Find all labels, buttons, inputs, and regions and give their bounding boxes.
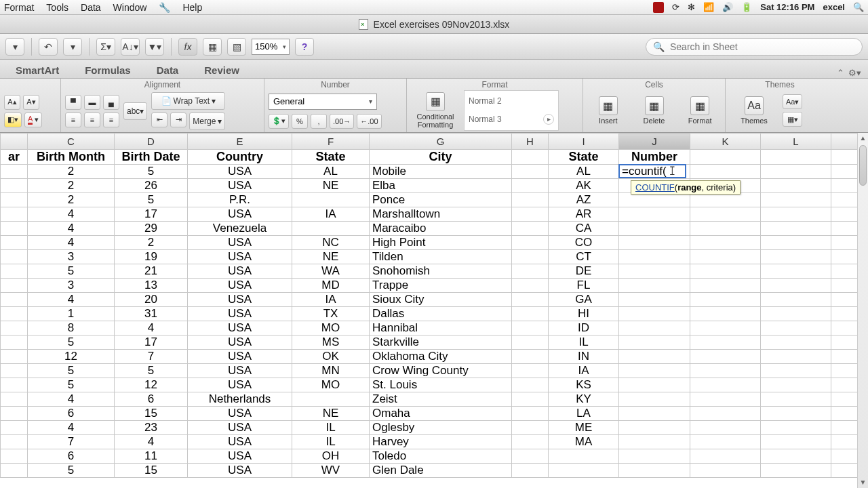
cell[interactable] bbox=[1, 321, 28, 336]
cell[interactable]: USA bbox=[188, 350, 292, 364]
cell[interactable]: 5 bbox=[115, 193, 188, 207]
header-cell[interactable]: State bbox=[549, 150, 619, 165]
sync-icon[interactable]: ✻ bbox=[688, 2, 695, 12]
cell[interactable]: IA bbox=[292, 293, 370, 307]
cell[interactable]: IA bbox=[292, 207, 370, 222]
cell[interactable]: 5 bbox=[28, 378, 115, 392]
wifi-icon[interactable]: 📶 bbox=[703, 2, 714, 12]
align-top-button[interactable]: ▀ bbox=[65, 95, 81, 110]
cell[interactable] bbox=[619, 378, 690, 392]
merge-button[interactable]: Merge ▾ bbox=[189, 113, 225, 130]
cell[interactable]: IL bbox=[292, 421, 370, 435]
cell[interactable]: Ponce bbox=[370, 193, 512, 207]
cell[interactable] bbox=[690, 449, 761, 464]
redo-button[interactable]: ▾ bbox=[63, 38, 82, 56]
cell[interactable]: 5 bbox=[28, 364, 115, 378]
cell[interactable] bbox=[690, 407, 761, 421]
cell[interactable] bbox=[1, 421, 28, 435]
cell[interactable]: 5 bbox=[115, 165, 188, 179]
cell[interactable] bbox=[690, 264, 761, 279]
cell[interactable] bbox=[690, 378, 761, 392]
cell[interactable]: 12 bbox=[28, 350, 115, 364]
cell[interactable] bbox=[690, 435, 761, 449]
cell[interactable] bbox=[512, 250, 549, 264]
cell[interactable]: 15 bbox=[115, 464, 188, 478]
column-header[interactable]: I bbox=[549, 134, 619, 150]
cell[interactable]: 31 bbox=[115, 307, 188, 321]
cell[interactable] bbox=[512, 321, 549, 336]
header-cell[interactable] bbox=[690, 150, 761, 165]
cell[interactable] bbox=[1, 449, 28, 464]
cell[interactable]: 6 bbox=[28, 449, 115, 464]
increase-font-button[interactable]: A▴ bbox=[4, 95, 20, 110]
cell[interactable] bbox=[512, 449, 549, 464]
vertical-scrollbar[interactable]: ▲ ▼ bbox=[857, 133, 868, 488]
column-header[interactable]: K bbox=[690, 134, 761, 150]
cell[interactable] bbox=[690, 293, 761, 307]
cell[interactable]: AL bbox=[549, 165, 619, 179]
spreadsheet-grid[interactable]: CDEFGHIJKL arBirth MonthBirth DateCountr… bbox=[0, 133, 868, 488]
cell[interactable] bbox=[831, 364, 859, 378]
cell[interactable] bbox=[512, 364, 549, 378]
cell[interactable] bbox=[619, 222, 690, 236]
cell[interactable]: USA bbox=[188, 378, 292, 392]
cell[interactable] bbox=[761, 165, 831, 179]
cell[interactable] bbox=[619, 435, 690, 449]
cell[interactable]: Zeist bbox=[370, 392, 512, 407]
column-header[interactable]: C bbox=[28, 134, 115, 150]
cell[interactable] bbox=[619, 279, 690, 293]
cell[interactable]: MN bbox=[292, 364, 370, 378]
cell[interactable] bbox=[512, 464, 549, 478]
format-cells-button[interactable]: ▦Format bbox=[679, 90, 721, 131]
cell[interactable] bbox=[690, 364, 761, 378]
cell[interactable] bbox=[761, 279, 831, 293]
currency-button[interactable]: 💲▾ bbox=[269, 114, 289, 129]
cell[interactable] bbox=[512, 236, 549, 250]
active-app-name[interactable]: excel bbox=[823, 2, 845, 12]
cell[interactable] bbox=[619, 264, 690, 279]
cell[interactable]: 7 bbox=[115, 350, 188, 364]
header-cell[interactable] bbox=[512, 150, 549, 165]
menu-tools[interactable]: Tools bbox=[46, 2, 68, 13]
align-middle-button[interactable]: ▬ bbox=[84, 95, 100, 110]
cell[interactable]: ID bbox=[549, 321, 619, 336]
cell[interactable]: AK bbox=[549, 179, 619, 193]
cell[interactable] bbox=[761, 250, 831, 264]
cell[interactable]: 5 bbox=[28, 336, 115, 350]
cell[interactable] bbox=[831, 207, 859, 222]
search-input[interactable] bbox=[670, 41, 855, 52]
cell[interactable]: 3 bbox=[28, 279, 115, 293]
cell[interactable]: IL bbox=[549, 336, 619, 350]
cell[interactable]: 5 bbox=[28, 264, 115, 279]
cell[interactable]: NC bbox=[292, 236, 370, 250]
orientation-button[interactable]: abc▾ bbox=[123, 102, 147, 120]
decrease-decimal-button[interactable]: ←.00 bbox=[357, 114, 381, 129]
cell[interactable]: Marshalltown bbox=[370, 207, 512, 222]
cell[interactable] bbox=[512, 407, 549, 421]
cell[interactable]: Mobile bbox=[370, 165, 512, 179]
menu-help[interactable]: Help bbox=[182, 2, 202, 13]
cell[interactable]: 17 bbox=[115, 207, 188, 222]
cell[interactable] bbox=[1, 364, 28, 378]
cell[interactable] bbox=[831, 321, 859, 336]
theme-colors-button[interactable]: ▦▾ bbox=[783, 112, 802, 127]
column-header[interactable]: G bbox=[370, 134, 512, 150]
cell[interactable] bbox=[761, 449, 831, 464]
cell[interactable]: USA bbox=[188, 279, 292, 293]
timemachine-icon[interactable]: ⟳ bbox=[672, 2, 679, 12]
cell[interactable] bbox=[690, 193, 761, 207]
increase-indent-button[interactable]: ⇥ bbox=[170, 113, 186, 127]
cell[interactable] bbox=[831, 407, 859, 421]
cell[interactable]: IN bbox=[549, 350, 619, 364]
cell[interactable] bbox=[619, 421, 690, 435]
cell[interactable]: 19 bbox=[115, 250, 188, 264]
cell[interactable] bbox=[512, 435, 549, 449]
cell[interactable]: 3 bbox=[28, 250, 115, 264]
cell[interactable]: 5 bbox=[28, 464, 115, 478]
cell[interactable] bbox=[512, 392, 549, 407]
cell[interactable] bbox=[619, 321, 690, 336]
cell[interactable] bbox=[619, 464, 690, 478]
cell[interactable] bbox=[1, 264, 28, 279]
cell[interactable]: St. Louis bbox=[370, 378, 512, 392]
cell[interactable]: 26 bbox=[115, 179, 188, 193]
